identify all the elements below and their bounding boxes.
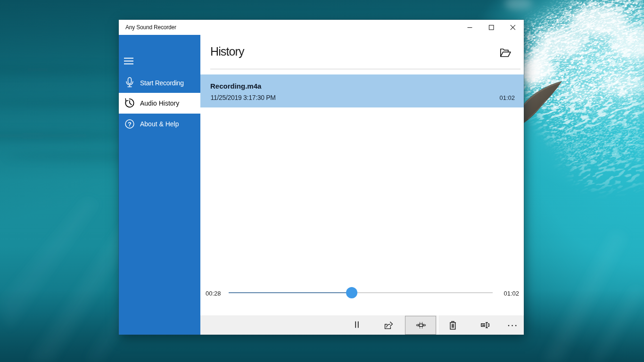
svg-text:?: ?: [128, 121, 132, 128]
